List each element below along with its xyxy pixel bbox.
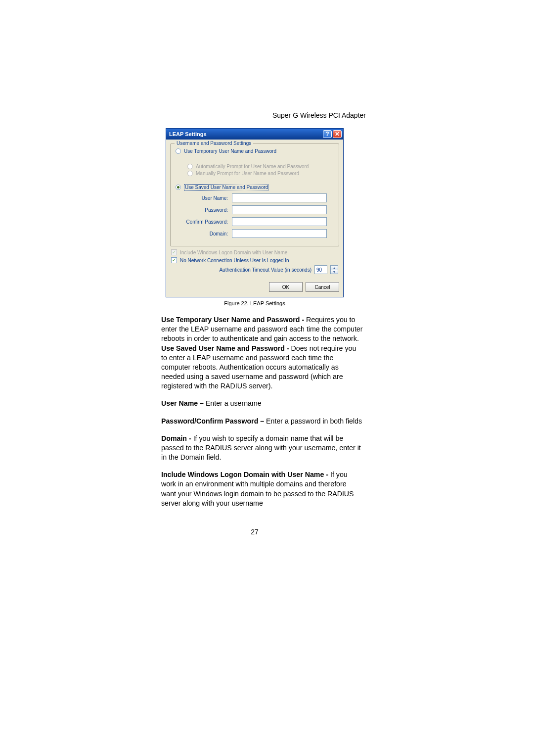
radio-label: Use Saved User Name and Password [184, 184, 269, 190]
chevron-up-icon[interactable]: ▲ [331, 266, 338, 270]
field-label: Domain: [182, 231, 232, 236]
password-row: Password: [182, 205, 327, 214]
term: Domain - [161, 434, 193, 442]
checkbox-icon: ✓ [171, 257, 177, 263]
radio-auto-prompt: Automatically Prompt for User Name and P… [187, 164, 334, 169]
field-label: User Name: [182, 195, 232, 201]
field-label: Password: [182, 207, 232, 213]
term: Password/Confirm Password – [161, 417, 266, 425]
dialog-footer: OK Cancel [166, 280, 343, 297]
radio-label: Manually Prompt for User Name and Passwo… [196, 171, 299, 176]
timeout-row: Authentication Timeout Value (in seconds… [171, 265, 338, 274]
help-icon[interactable]: ? [323, 130, 332, 138]
field-label: Confirm Password: [182, 219, 232, 225]
radio-manual-prompt: Manually Prompt for User Name and Passwo… [187, 171, 334, 176]
quantity-stepper[interactable]: ▲ ▼ [330, 265, 338, 274]
term: Include Windows Logon Domain with User N… [161, 471, 330, 478]
username-input[interactable] [232, 193, 327, 202]
definition: Enter a password in both fields [266, 417, 362, 425]
password-input[interactable] [232, 205, 327, 214]
timeout-input[interactable]: 90 [314, 265, 327, 274]
username-row: User Name: [182, 193, 327, 202]
checkbox-label: Include Windows Logon Domain with User N… [180, 250, 287, 255]
radio-label: Automatically Prompt for User Name and P… [196, 164, 309, 169]
radio-icon [187, 164, 193, 169]
check-no-network[interactable]: ✓ No Network Connection Unless User Is L… [171, 257, 338, 263]
chevron-down-icon[interactable]: ▼ [331, 270, 338, 274]
radio-label: Use Temporary User Name and Password [184, 148, 276, 154]
radio-icon [176, 148, 181, 154]
radio-icon [187, 171, 193, 176]
dialog-title: LEAP Settings [169, 131, 207, 137]
confirm-password-row: Confirm Password: [182, 217, 327, 226]
ok-button[interactable]: OK [269, 282, 303, 292]
figure-caption: Figure 22. LEAP Settings [143, 300, 366, 306]
leap-settings-dialog: LEAP Settings ? ✕ Username and Password … [166, 128, 344, 297]
checkbox-label: No Network Connection Unless User Is Log… [180, 258, 289, 263]
definition: Enter a username [206, 399, 262, 407]
domain-row: Domain: [182, 229, 327, 238]
confirm-password-input[interactable] [232, 217, 327, 226]
radio-temporary[interactable]: Use Temporary User Name and Password [176, 148, 334, 154]
page-number: 27 [143, 528, 366, 536]
radio-icon [176, 185, 181, 190]
term: User Name – [161, 399, 206, 407]
body-text: Use Temporary User Name and Password - R… [161, 315, 363, 508]
checkbox-icon: ✓ [171, 249, 177, 255]
dialog-titlebar: LEAP Settings ? ✕ [166, 129, 343, 140]
cancel-button[interactable]: Cancel [306, 282, 339, 292]
domain-input[interactable] [232, 229, 327, 238]
term: Use Saved User Name and Password - [161, 344, 291, 352]
term: Use Temporary User Name and Password - [161, 316, 306, 324]
timeout-label: Authentication Timeout Value (in seconds… [219, 267, 312, 273]
credentials-groupbox: Username and Password Settings Use Tempo… [170, 143, 339, 246]
close-icon[interactable]: ✕ [333, 130, 342, 138]
radio-saved[interactable]: Use Saved User Name and Password [176, 184, 334, 190]
check-include-domain: ✓ Include Windows Logon Domain with User… [171, 249, 338, 255]
group-legend: Username and Password Settings [175, 141, 253, 146]
page-header: Super G Wireless PCI Adapter [143, 111, 366, 119]
